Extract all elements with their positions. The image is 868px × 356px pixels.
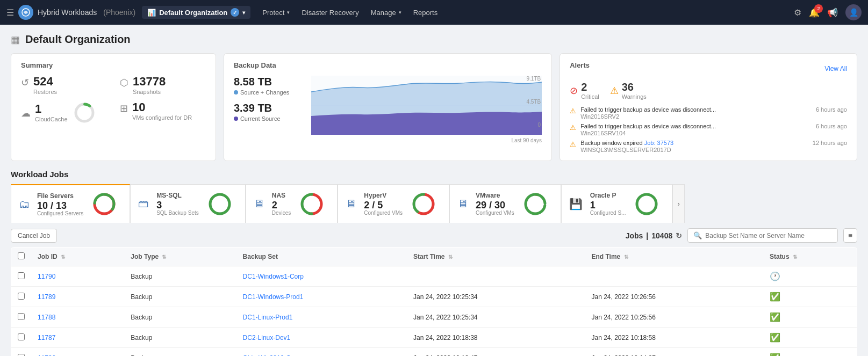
user-avatar[interactable]: 👤 [845, 4, 862, 20]
current-source-stat: 3.39 TB Current Source [234, 102, 304, 122]
tab-fs-sub: Configured Servers [37, 210, 83, 216]
row-checkbox[interactable] [18, 272, 25, 279]
settings-icon[interactable]: ⚙ [794, 8, 801, 18]
megaphone-icon[interactable]: 📢 [827, 8, 838, 18]
view-all-link[interactable]: View All [824, 65, 847, 72]
warning-icon: ⚠ [610, 85, 619, 97]
job-type-cell: Backup [124, 328, 236, 348]
tab-sql-name: MS-SQL [156, 192, 199, 199]
col-job-type[interactable]: Job Type ⇅ [124, 248, 236, 266]
job-type-cell: Backup [124, 348, 236, 357]
row-checkbox-cell[interactable] [11, 307, 32, 328]
filter-button[interactable]: ≡ [843, 228, 857, 243]
org-chart-icon: 📊 [147, 9, 156, 17]
jobs-search-box[interactable]: 🔍 [687, 228, 838, 243]
status-sort: ⇅ [793, 254, 797, 260]
chart-y-mid: 4.5TB [526, 99, 541, 105]
job-id-link[interactable]: 11790 [38, 273, 55, 280]
tab-oracle-sub: Configured S... [590, 210, 626, 216]
alert-critical: ⊘ 2 Critical [570, 81, 599, 100]
alert-text: Failed to trigger backup as device was d… [580, 106, 812, 120]
tab-nas-val: 2 [272, 200, 291, 210]
workload-section: Workload Jobs 🗂 File Servers 10 / 13 Con… [11, 170, 857, 356]
job-type-cell: Backup [124, 287, 236, 307]
jobs-controls: Cancel Job Jobs | 10408 ↻ 🔍 ≡ [11, 223, 857, 247]
alert-time: 6 hours ago [816, 123, 847, 129]
col-end-time[interactable]: End Time ⇅ [585, 248, 763, 266]
job-id-link[interactable]: 11786 [38, 354, 55, 357]
row-checkbox-cell[interactable] [11, 328, 32, 348]
tab-hyperv-name: HyperV [364, 192, 403, 199]
app-title: Hybrid Workloads [38, 8, 97, 17]
hamburger-icon[interactable]: ☰ [6, 8, 14, 18]
tab-vmware-name: VMware [476, 192, 514, 199]
status-success-icon: ✅ [770, 353, 780, 356]
backup-set-link[interactable]: DC2-Linux-Dev1 [243, 334, 291, 342]
alert-job-link[interactable]: Job: 37573 [644, 140, 673, 146]
nav-manage[interactable]: Manage▾ [365, 5, 407, 20]
alert-warnings: ⚠ 36 Warnings [610, 81, 647, 100]
col-start-time[interactable]: Start Time ⇅ [407, 248, 585, 266]
restores-label: Restores [33, 89, 57, 95]
tab-hyperv[interactable]: 🖥 HyperV 2 / 5 Configured VMs [338, 184, 449, 223]
job-id-link[interactable]: 11787 [38, 334, 55, 342]
alerts-card: Alerts View All ⊘ 2 Critical ⚠ 36 Warnin… [559, 53, 857, 161]
alert-item: ⚠ Failed to trigger backup as device was… [570, 123, 847, 136]
job-id-link[interactable]: 11788 [38, 314, 55, 321]
tab-hyperv-donut [410, 191, 437, 217]
status-cell: ✅ [763, 307, 857, 328]
col-backup-set[interactable]: Backup Set [236, 248, 407, 266]
col-status[interactable]: Status ⇅ [763, 248, 857, 266]
nav-reports[interactable]: Reports [408, 5, 443, 20]
warning-label: Warnings [622, 93, 647, 100]
tab-hyperv-icon: 🖥 [346, 198, 356, 210]
cloudcache-donut [73, 101, 96, 124]
tab-oracle-icon: 💾 [569, 198, 583, 210]
jobs-count-value: 10408 [651, 231, 672, 240]
tab-ms-sql[interactable]: 🗃 MS-SQL 3 SQL Backup Sets [130, 184, 246, 223]
notification-badge: 2 [814, 4, 823, 13]
job-id-cell: 11789 [31, 287, 124, 307]
tab-file-servers[interactable]: 🗂 File Servers 10 / 13 Configured Server… [11, 184, 130, 223]
job-id-link[interactable]: 11789 [38, 293, 55, 301]
tab-vmware-icon: 🖥 [457, 198, 468, 210]
tab-oracle[interactable]: 💾 Oracle P 1 Configured S... [561, 184, 673, 223]
summary-cloudcache: ☁ 1 CloudCache [21, 101, 107, 124]
tab-nas[interactable]: 🖥 NAS 2 Devices [246, 184, 338, 223]
row-checkbox-cell[interactable] [11, 287, 32, 307]
org-selector[interactable]: 📊 Default Organization ✓ ▾ [142, 6, 250, 19]
tab-vmware-val: 29 / 30 [476, 200, 514, 210]
cancel-job-button[interactable]: Cancel Job [11, 229, 57, 243]
row-checkbox-cell[interactable] [11, 348, 32, 357]
backup-set-link[interactable]: DC1-Windows-Prod1 [243, 293, 304, 301]
nav-disaster-recovery[interactable]: Disaster Recovery [296, 5, 364, 20]
tab-vmware[interactable]: 🖥 VMware 29 / 30 Configured VMs [449, 184, 561, 223]
backup-set-link[interactable]: Ohio-Win2019-Corp [243, 354, 300, 357]
tab-fs-val: 10 / 13 [37, 201, 83, 210]
header-checkbox-cell[interactable] [11, 248, 32, 266]
col-job-id[interactable]: Job ID ⇅ [31, 248, 124, 266]
start-time-cell: Jan 24, 2022 10:13:47 [407, 348, 585, 357]
select-all-checkbox[interactable] [18, 252, 25, 259]
refresh-icon[interactable]: ↻ [676, 231, 682, 240]
row-checkbox[interactable] [18, 293, 25, 300]
job-id-sort: ⇅ [61, 254, 65, 260]
row-checkbox[interactable] [18, 333, 25, 340]
tab-scroll-right[interactable]: › [672, 184, 684, 223]
snapshots-label: Snapshots [133, 89, 166, 95]
alert-item: ⚠ Backup window expired Job: 37573 WINSQ… [570, 140, 847, 153]
backup-set-cell: DC1-Windows1-Corp [236, 266, 407, 287]
job-id-cell: 11790 [31, 266, 124, 287]
backup-set-link[interactable]: DC1-Linux-Prod1 [243, 314, 293, 321]
jobs-search-input[interactable] [705, 232, 832, 239]
nav-protect[interactable]: Protect▾ [257, 5, 295, 20]
row-checkbox[interactable] [18, 354, 25, 357]
row-checkbox-cell[interactable] [11, 266, 32, 287]
status-cell: 🕐 [763, 266, 857, 287]
topnav-icons: ⚙ 🔔 2 📢 👤 [794, 4, 862, 20]
job-id-cell: 11788 [31, 307, 124, 328]
alert-sub: WINSQL3\MSSQLSERVER2017D [580, 147, 808, 153]
notifications-icon[interactable]: 🔔 2 [809, 8, 820, 18]
row-checkbox[interactable] [18, 313, 25, 320]
backup-set-link[interactable]: DC1-Windows1-Corp [243, 273, 304, 280]
